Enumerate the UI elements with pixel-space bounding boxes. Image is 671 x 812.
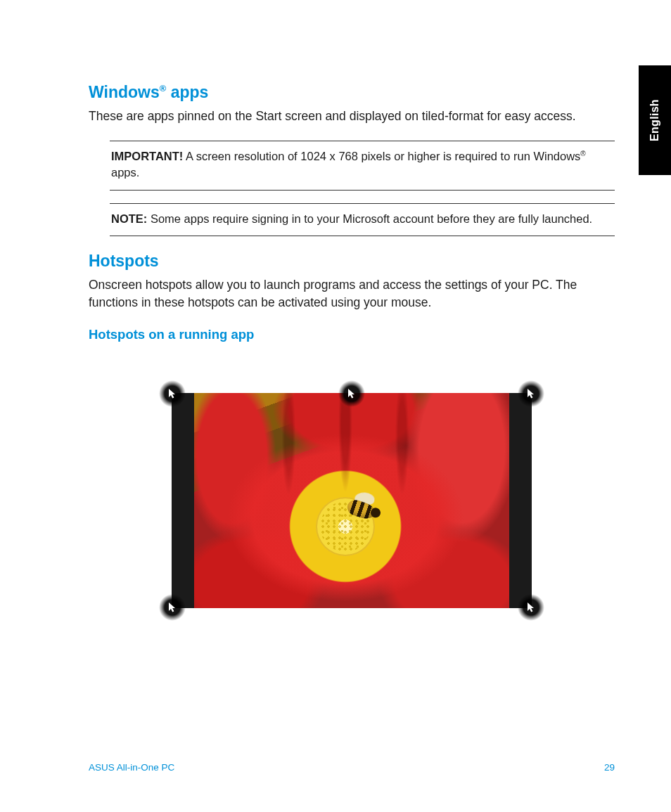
note-text: Some apps require signing in to your Mic… (147, 212, 592, 225)
important-text-pre: A screen resolution of 1024 x 768 pixels… (183, 150, 580, 162)
cursor-icon (527, 388, 535, 399)
figure-container (89, 380, 615, 621)
page-footer: ASUS All-in-One PC 29 (89, 762, 615, 773)
subheading-hotspots-running-app: Hotspots on a running app (89, 327, 615, 342)
hotspot-bottom-left[interactable] (159, 594, 186, 621)
note-box: NOTE: Some apps require signing in to yo… (110, 203, 615, 236)
app-window-frame (172, 393, 532, 608)
section-hotspots: Hotspots Onscreen hotspots allow you to … (89, 252, 615, 621)
cursor-icon (168, 602, 177, 613)
paragraph-windows-apps: These are apps pinned on the Start scree… (89, 108, 615, 125)
hotspots-figure (159, 380, 544, 621)
heading-windows-apps: Windows® apps (89, 83, 615, 102)
note-label: NOTE: (111, 212, 147, 225)
cursor-icon (527, 602, 535, 613)
document-page: English Windows® apps These are apps pin… (0, 0, 671, 812)
heading-text-pre: Windows (89, 83, 160, 101)
important-label: IMPORTANT! (111, 150, 183, 162)
registered-mark: ® (580, 150, 585, 157)
photo-viewer-content (194, 393, 509, 608)
cursor-icon (168, 388, 177, 399)
heading-text-post: apps (166, 83, 208, 101)
heading-hotspots: Hotspots (89, 252, 615, 271)
paragraph-hotspots: Onscreen hotspots allow you to launch pr… (89, 276, 615, 312)
language-label: English (648, 99, 661, 141)
important-text-post: apps. (111, 166, 139, 179)
footer-product-name: ASUS All-in-One PC (89, 762, 174, 773)
language-tab: English (639, 65, 671, 175)
hotspot-bottom-right[interactable] (518, 594, 544, 621)
hotspot-top-right[interactable] (518, 380, 544, 407)
registered-mark: ® (160, 83, 167, 94)
page-number: 29 (604, 762, 615, 773)
cursor-icon (347, 388, 356, 399)
important-box: IMPORTANT! A screen resolution of 1024 x… (110, 141, 615, 190)
